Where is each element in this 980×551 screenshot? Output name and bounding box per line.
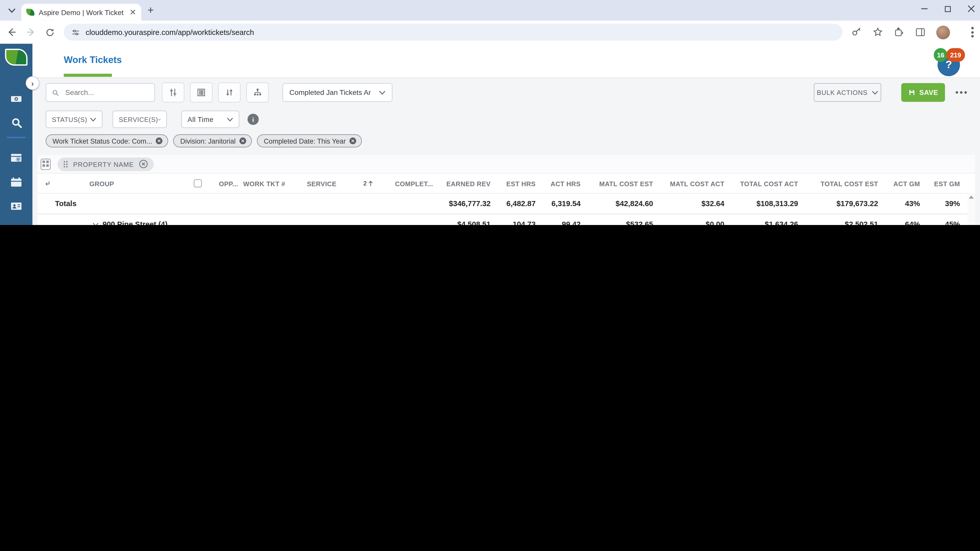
search-box[interactable] xyxy=(46,83,155,102)
save-button[interactable]: SAVE xyxy=(901,83,945,102)
column-header-matl-cost-act[interactable]: MATL COST ACT xyxy=(658,179,729,187)
column-header-opp[interactable]: OPP... xyxy=(212,179,243,187)
group-name[interactable]: 900 Pine Street (4) xyxy=(84,220,427,225)
filter-settings-button[interactable] xyxy=(162,83,184,102)
more-options-icon[interactable] xyxy=(956,91,967,94)
select-all-checkbox[interactable] xyxy=(183,179,212,187)
browser-profile-avatar[interactable] xyxy=(936,25,950,39)
cash-icon[interactable] xyxy=(4,90,28,108)
notification-badge-red[interactable]: 219 xyxy=(946,48,965,62)
group-row: 900 Pine Street (4)$4,508.51104.7399.42$… xyxy=(38,214,975,225)
service-filter-label: SERVICE(S) xyxy=(119,116,158,123)
totals-row: Totals $346,777.32 6,482.87 6,319.54 $42… xyxy=(38,193,975,214)
browser-tab-strip: Aspire Demo | Work Ticket Sea ✕ + xyxy=(0,0,980,21)
column-header-act-gm[interactable]: ACT GM xyxy=(883,179,925,187)
chevron-down-icon xyxy=(872,90,878,95)
properties-icon[interactable] xyxy=(4,221,28,225)
chevron-down-icon xyxy=(90,117,96,121)
scheduling-icon[interactable] xyxy=(4,149,28,167)
group-matl_cost_act: $0.00 xyxy=(658,220,729,225)
total-matl-cost-est: $42,824.60 xyxy=(586,199,658,208)
info-icon[interactable]: i xyxy=(248,114,259,125)
search-input[interactable] xyxy=(64,88,149,97)
column-header-total-cost-act[interactable]: TOTAL COST ACT xyxy=(729,179,803,187)
maximize-icon[interactable] xyxy=(944,5,951,12)
chevron-down-icon[interactable] xyxy=(92,222,99,225)
browser-tab[interactable]: Aspire Demo | Work Ticket Sea ✕ xyxy=(21,4,141,21)
sort-button[interactable] xyxy=(218,83,241,102)
column-header-completed[interactable]: COMPLET... xyxy=(374,179,427,187)
column-header-earned-rev[interactable]: EARNED REV xyxy=(427,179,496,187)
chip-remove-icon[interactable] xyxy=(349,137,357,145)
column-header-est-gm[interactable]: EST GM xyxy=(925,179,963,187)
table-header-row: GROUP OPP... WORK TKT # SERVICE 2 COMPLE… xyxy=(38,174,975,193)
filter-chip[interactable]: Division: Janitorial xyxy=(173,135,252,148)
column-header-group[interactable]: GROUP xyxy=(84,179,183,187)
columns-button[interactable] xyxy=(190,83,212,102)
bookmark-star-icon[interactable] xyxy=(873,27,883,38)
back-icon[interactable] xyxy=(6,27,17,38)
filter-row: STATUS(S) SERVICE(S) All Time i xyxy=(46,110,967,128)
screenshot-root: Aspire Demo | Work Ticket Sea ✕ + cloudd… xyxy=(0,0,980,225)
service-filter[interactable]: SERVICE(S) xyxy=(113,110,167,128)
extensions-puzzle-icon[interactable] xyxy=(894,27,904,38)
column-header-total-cost-est[interactable]: TOTAL COST EST xyxy=(803,179,883,187)
group-hierarchy-button[interactable] xyxy=(246,83,269,102)
total-act-gm: 43% xyxy=(883,199,925,208)
group-by-remove-icon[interactable] xyxy=(139,159,148,168)
chip-label: Work Ticket Status Code: Com... xyxy=(52,137,152,144)
favicon-leaf-icon xyxy=(26,9,35,16)
contacts-icon[interactable] xyxy=(4,197,28,215)
save-icon xyxy=(908,89,915,96)
minimize-icon[interactable] xyxy=(921,5,928,13)
password-key-icon[interactable] xyxy=(851,27,862,38)
tab-search-chevron-icon[interactable] xyxy=(4,3,20,19)
date-range-filter[interactable]: All Time xyxy=(181,110,239,128)
total-earned-rev: $346,777.32 xyxy=(427,199,496,208)
browser-menu-icon[interactable] xyxy=(971,27,974,38)
status-filter[interactable]: STATUS(S) xyxy=(46,110,103,128)
bulk-actions-label: BULK ACTIONS xyxy=(817,89,868,96)
collapse-all-icon[interactable] xyxy=(38,179,84,187)
group-act_gm: 64% xyxy=(883,220,925,225)
column-header-service[interactable]: SERVICE 2 xyxy=(290,179,374,187)
sort-arrow-up-icon xyxy=(368,180,373,186)
url-text: clouddemo.youraspire.com/app/worktickets… xyxy=(86,28,254,37)
total-act-hrs: 6,319.54 xyxy=(541,199,585,208)
vertical-scrollbar[interactable] xyxy=(967,193,975,225)
url-bar[interactable]: clouddemo.youraspire.com/app/worktickets… xyxy=(64,24,842,41)
table-controls: Completed Jan Tickets Ar BULK ACTIONS SA… xyxy=(46,82,967,103)
reload-icon[interactable] xyxy=(45,27,55,37)
column-header-matl-cost-est[interactable]: MATL COST EST xyxy=(586,179,658,187)
column-header-act-hrs[interactable]: ACT HRS xyxy=(541,179,585,187)
side-panel-icon[interactable] xyxy=(915,27,926,38)
pivot-icon[interactable] xyxy=(41,159,51,170)
group-by-pill[interactable]: PROPERTY NAME xyxy=(57,157,154,171)
filter-chips: Work Ticket Status Code: Com... Division… xyxy=(46,135,967,148)
calendar-icon[interactable] xyxy=(4,174,28,191)
saved-view-select[interactable]: Completed Jan Tickets Ar xyxy=(283,83,393,102)
aspire-logo-icon[interactable] xyxy=(5,49,27,65)
save-label: SAVE xyxy=(919,89,938,96)
close-window-icon[interactable] xyxy=(967,5,975,13)
column-header-work-tkt[interactable]: WORK TKT # xyxy=(243,179,290,187)
page-title: Work Tickets xyxy=(64,54,122,65)
filter-chip[interactable]: Completed Date: This Year xyxy=(257,135,362,148)
sidebar-collapse-chevron[interactable]: › xyxy=(25,76,39,90)
scroll-up-icon[interactable] xyxy=(967,193,975,200)
column-header-est-hrs[interactable]: EST HRS xyxy=(496,179,541,187)
totals-label: Totals xyxy=(38,199,183,208)
table-body: 900 Pine Street (4)$4,508.51104.7399.42$… xyxy=(38,214,975,225)
drag-handle-icon[interactable] xyxy=(63,160,68,167)
forward-icon[interactable] xyxy=(25,27,36,38)
service-header-label: SERVICE xyxy=(307,179,336,187)
tab-close-icon[interactable]: ✕ xyxy=(129,8,136,16)
chip-remove-icon[interactable] xyxy=(155,137,163,145)
site-settings-icon[interactable] xyxy=(71,28,80,37)
notification-badge-green[interactable]: 16 xyxy=(934,48,948,62)
bulk-actions-button[interactable]: BULK ACTIONS xyxy=(814,83,881,102)
new-tab-button[interactable]: + xyxy=(148,4,154,17)
chip-remove-icon[interactable] xyxy=(239,137,247,145)
filter-chip[interactable]: Work Ticket Status Code: Com... xyxy=(46,135,169,148)
search-icon[interactable] xyxy=(4,114,28,131)
